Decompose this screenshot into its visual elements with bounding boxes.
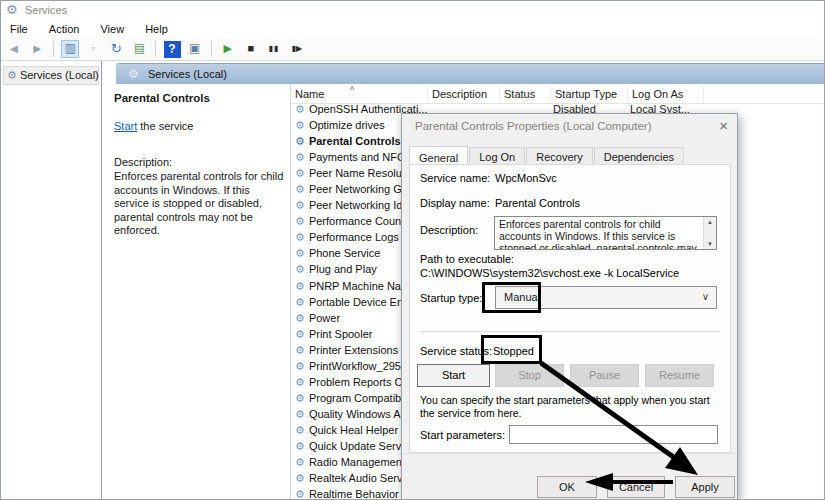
show-console-tree-icon[interactable]: ▥ xyxy=(61,40,79,58)
service-gear-icon xyxy=(295,344,305,356)
start-service-link[interactable]: Start xyxy=(114,120,137,132)
resume-button: Resume xyxy=(645,364,714,387)
service-gear-icon xyxy=(295,247,305,259)
service-name: Plug and Play xyxy=(309,263,377,275)
service-name: Print Spooler xyxy=(309,328,373,340)
title-bar: ⚙ Services xyxy=(1,1,824,21)
service-gear-icon xyxy=(295,392,305,404)
selected-service-title: Parental Controls xyxy=(114,92,210,104)
annotation-box-stopped xyxy=(481,335,542,364)
service-name-label: Service name: xyxy=(420,172,490,184)
scroll-down-icon[interactable]: ▼ xyxy=(704,241,716,247)
service-gear-icon xyxy=(295,263,305,275)
service-gear-icon xyxy=(295,456,305,468)
pause-service-icon[interactable]: ▮▮ xyxy=(265,40,283,58)
service-action-suffix: the service xyxy=(137,120,193,132)
start-service-icon[interactable]: ▶ xyxy=(219,40,237,58)
service-gear-icon xyxy=(295,488,305,499)
detail-pane: Parental Controls Start the service Desc… xyxy=(106,84,289,500)
service-gear-icon xyxy=(295,103,305,115)
column-label: Name xyxy=(295,88,324,100)
console-tree: ⚙Services (Local) xyxy=(1,61,102,500)
dialog-title: Parental Controls Properties (Local Comp… xyxy=(415,120,652,132)
display-name-value: Parental Controls xyxy=(495,197,580,209)
menu-bar: File Action View Help xyxy=(1,21,824,39)
help-icon[interactable]: ? xyxy=(164,41,181,58)
service-name: Parental Controls xyxy=(309,135,401,147)
start-button[interactable]: Start xyxy=(417,364,490,387)
ok-button[interactable]: OK xyxy=(537,476,597,498)
service-name: Optimize drives xyxy=(309,119,385,131)
properties-dialog: Parental Controls Properties (Local Comp… xyxy=(401,113,738,499)
service-gear-icon xyxy=(295,360,305,372)
service-gear-icon xyxy=(295,328,305,340)
service-gear-icon xyxy=(295,135,305,147)
startup-type-label: Startup type: xyxy=(420,292,482,304)
annotation-box-manual xyxy=(482,282,541,313)
stop-service-icon[interactable]: ■ xyxy=(242,40,260,58)
gear-icon: ⚙ xyxy=(128,67,139,81)
column-header-log-on-as[interactable]: Log On As xyxy=(628,86,704,104)
window-title: Services xyxy=(25,4,67,16)
service-action-text: Start the service xyxy=(114,120,193,132)
path-label: Path to executable: xyxy=(420,253,514,265)
tree-item-services-local[interactable]: ⚙Services (Local) xyxy=(3,66,99,85)
service-gear-icon xyxy=(295,296,305,308)
tab-recovery[interactable]: Recovery xyxy=(526,147,592,165)
menu-view[interactable]: View xyxy=(91,21,133,37)
column-header-startup-type[interactable]: Startup Type xyxy=(551,86,628,104)
start-parameters-input[interactable] xyxy=(509,425,718,444)
toolbar-separator xyxy=(211,41,212,57)
service-gear-icon xyxy=(295,472,305,484)
service-name: Power xyxy=(309,312,340,324)
tab-dependencies[interactable]: Dependencies xyxy=(594,147,684,165)
tree-item-label: Services (Local) xyxy=(20,69,99,81)
dialog-footer: OK Cancel Apply xyxy=(402,453,737,500)
service-gear-icon xyxy=(295,167,305,179)
export-list-icon[interactable]: ▤ xyxy=(130,40,148,58)
column-headers: Name ^ Description Status Startup Type L… xyxy=(291,86,825,104)
menu-file[interactable]: File xyxy=(1,21,37,37)
service-name: Quick Update Service xyxy=(309,440,415,452)
cancel-button[interactable]: Cancel xyxy=(607,476,665,498)
forward-icon[interactable]: ► xyxy=(28,40,46,58)
scroll-up-icon[interactable]: ▲ xyxy=(704,219,716,225)
description-textbox[interactable]: Enforces parental controls for child acc… xyxy=(494,216,717,250)
sort-asc-icon: ^ xyxy=(350,85,354,95)
close-icon[interactable]: × xyxy=(719,117,728,134)
toolbar-separator xyxy=(155,41,156,57)
column-header-description[interactable]: Description xyxy=(428,86,500,104)
properties-icon[interactable]: ▫ xyxy=(84,40,102,58)
toolbar-separator xyxy=(53,41,54,57)
service-gear-icon xyxy=(295,312,305,324)
service-gear-icon xyxy=(295,440,305,452)
refresh-icon[interactable]: ↻ xyxy=(107,40,125,58)
services-header: ⚙ Services (Local) xyxy=(116,63,825,84)
dialog-description-label: Description: xyxy=(420,224,478,236)
restart-service-icon[interactable]: ▮▶ xyxy=(288,40,306,58)
service-gear-icon xyxy=(295,408,305,420)
pause-button: Pause xyxy=(570,364,639,387)
back-icon[interactable]: ◄ xyxy=(5,40,23,58)
service-gear-icon xyxy=(295,199,305,211)
separator xyxy=(420,331,720,332)
tab-log-on[interactable]: Log On xyxy=(469,147,525,165)
gear-icon: ⚙ xyxy=(7,69,17,81)
description-scrollbar[interactable]: ▲ ▼ xyxy=(703,217,716,249)
service-gear-icon xyxy=(295,119,305,131)
toolbar: ◄ ► ▥ ▫ ↻ ▤ ? ▣ ▶ ■ ▮▮ ▮▶ xyxy=(1,39,824,61)
description-label: Description: xyxy=(114,156,172,168)
menu-help[interactable]: Help xyxy=(136,21,177,37)
show-window-icon[interactable]: ▣ xyxy=(186,40,204,58)
path-value: C:\WINDOWS\system32\svchost.exe -k Local… xyxy=(420,267,679,279)
service-gear-icon xyxy=(295,424,305,436)
column-header-name[interactable]: Name ^ xyxy=(291,86,428,104)
services-window: ⚙ Services File Action View Help ◄ ► ▥ ▫… xyxy=(0,0,825,500)
apply-button[interactable]: Apply xyxy=(675,476,735,498)
column-header-status[interactable]: Status xyxy=(500,86,551,104)
start-parameters-hint: You can specify the start parameters tha… xyxy=(420,394,724,420)
service-gear-icon xyxy=(295,183,305,195)
tab-general[interactable]: General xyxy=(409,146,468,166)
menu-action[interactable]: Action xyxy=(40,21,89,37)
dialog-tabs: GeneralLog OnRecoveryDependencies xyxy=(409,145,685,165)
